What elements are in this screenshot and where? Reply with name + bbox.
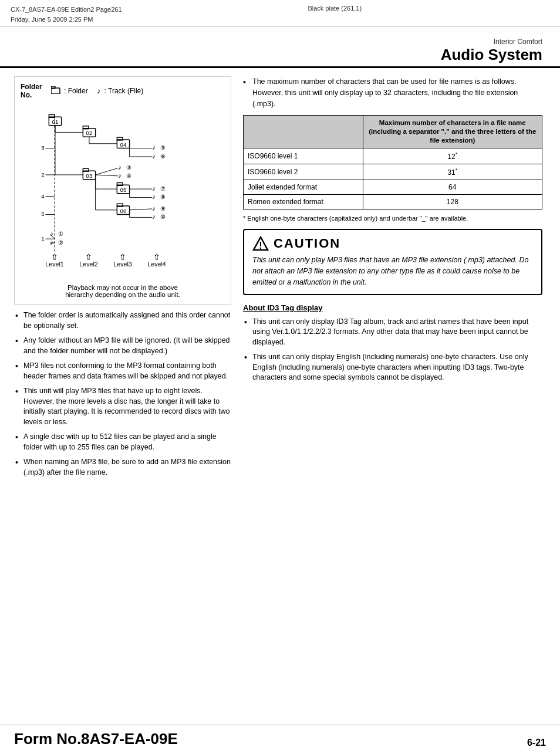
svg-text:06: 06 [120, 208, 127, 214]
section-sub-title: Interior Comfort [0, 38, 542, 46]
svg-text:⑨: ⑨ [160, 205, 166, 212]
diagram-legend: FolderNo. : Folder ♪ : Track (File) [21, 83, 225, 99]
header-date: Friday, June 5 2009 2:25 PM [11, 15, 122, 25]
left-bullet-item: When naming an MP3 file, be sure to add … [14, 457, 231, 478]
id3-bullet-list: This unit can only display ID3 Tag album… [243, 317, 542, 383]
svg-text:⑧: ⑧ [160, 194, 166, 201]
svg-text:04: 04 [120, 141, 127, 148]
right-top-bullet-text: The maximum number of characters that ca… [243, 76, 542, 109]
svg-text:2: 2 [41, 171, 44, 178]
svg-text:①: ① [58, 231, 63, 237]
caution-triangle-icon: ! [252, 236, 269, 251]
table-cell-value: 31* [363, 164, 542, 180]
right-top-section: The maximum number of characters that ca… [243, 76, 542, 109]
page-footer: Form No.8AS7-EA-09E 6-21 [0, 725, 560, 754]
id3-bullet-item: This unit can only display ID3 Tag album… [243, 317, 542, 348]
left-bullet-list: The folder order is automatically assign… [14, 310, 231, 478]
table-cell-value: 12* [363, 148, 542, 164]
header-right [548, 5, 549, 12]
footer-form-no: Form No.8AS7-EA-09E [14, 730, 178, 748]
svg-text:3: 3 [41, 144, 44, 151]
svg-text:⑩: ⑩ [160, 214, 166, 220]
section-heading: Interior Comfort Audio System [0, 27, 560, 70]
caution-text: This unit can only play MP3 files that h… [252, 255, 533, 288]
left-bullet-item: A single disc with up to 512 files can b… [14, 432, 231, 452]
svg-text:⇧: ⇧ [119, 253, 126, 262]
svg-text:③: ③ [126, 164, 131, 171]
table-cell-label: Romeo extended format [244, 195, 363, 209]
table-cell-label: ISO9660 level 1 [244, 148, 363, 164]
svg-text:⇧: ⇧ [153, 253, 160, 262]
content-area: FolderNo. : Folder ♪ : Track (File) [0, 70, 560, 488]
svg-line-68 [96, 168, 119, 175]
left-bullet-item: The folder order is automatically assign… [14, 310, 231, 331]
caution-box: ! CAUTION This unit can only play MP3 fi… [243, 229, 542, 295]
footnote: * English one-byte characters (capitaliz… [243, 214, 542, 223]
svg-text:⇧: ⇧ [51, 253, 58, 262]
svg-text:03: 03 [86, 173, 93, 179]
svg-text:♪: ♪ [152, 185, 156, 192]
table-cell-value: 128 [363, 195, 542, 209]
svg-text:!: ! [259, 241, 262, 251]
svg-text:⑦: ⑦ [160, 185, 166, 192]
left-bullet-item: This unit will play MP3 files that have … [14, 386, 231, 427]
header-center: Black plate (261,1) [308, 5, 362, 12]
svg-text:02: 02 [86, 130, 93, 136]
svg-text:05: 05 [120, 187, 127, 193]
left-bullet-item: Any folder without an MP3 file will be i… [14, 336, 231, 356]
table-row: ISO9660 level 231* [244, 164, 542, 180]
svg-text:♪: ♪ [118, 172, 122, 180]
svg-text:♪: ♪ [152, 213, 156, 221]
left-column: FolderNo. : Folder ♪ : Track (File) [14, 76, 231, 482]
svg-text:♪: ♪ [152, 144, 156, 151]
table-col2-header: Maximum number of characters in a file n… [363, 116, 542, 148]
table-row: Joliet extended format64 [244, 180, 542, 195]
caution-title: CAUTION [274, 236, 340, 251]
svg-text:♪: ♪ [118, 164, 122, 171]
svg-text:♪: ♪ [50, 239, 53, 246]
legend-track-text: : Track (File) [104, 87, 144, 95]
table-col1-header [244, 116, 363, 148]
svg-text:♪: ♪ [152, 153, 156, 160]
svg-text:⑥: ⑥ [160, 153, 166, 160]
svg-rect-19 [117, 137, 123, 140]
id3-section-title: About ID3 Tag display [243, 303, 542, 312]
table-cell-label: Joliet extended format [244, 180, 363, 195]
footer-page-num: 6-21 [527, 738, 546, 748]
left-bullet-item: MP3 files not conforming to the MP3 form… [14, 361, 231, 381]
table-cell-value: 64 [363, 180, 542, 195]
svg-rect-1 [51, 86, 55, 89]
svg-text:②: ② [58, 239, 63, 246]
svg-text:5: 5 [41, 211, 44, 218]
header-left: CX-7_8AS7-EA-09E Edition2 Page261 Friday… [11, 5, 122, 24]
svg-text:⇧: ⇧ [85, 253, 92, 262]
table-row: ISO9660 level 112* [244, 148, 542, 164]
header-file-info: CX-7_8AS7-EA-09E Edition2 Page261 [11, 5, 122, 15]
svg-text:1: 1 [41, 235, 44, 242]
diagram-container: FolderNo. : Folder ♪ : Track (File) [14, 76, 231, 305]
svg-text:④: ④ [126, 173, 131, 179]
svg-text:4: 4 [41, 193, 45, 200]
svg-text:♪: ♪ [152, 205, 156, 212]
svg-text:♪: ♪ [152, 194, 156, 201]
page-header: CX-7_8AS7-EA-09E Edition2 Page261 Friday… [0, 0, 560, 27]
about-id3-section: About ID3 Tag display This unit can only… [243, 303, 542, 383]
legend-folder-text: : Folder [64, 87, 88, 95]
svg-line-69 [96, 175, 119, 176]
diagram-caption: Playback may not occur in the above hier… [21, 284, 225, 298]
folder-no-label: FolderNo. [21, 83, 42, 99]
svg-line-78 [130, 209, 153, 210]
id3-bullet-item: This unit can only display English (incl… [243, 352, 542, 383]
caution-header: ! CAUTION [252, 236, 533, 251]
legend-track-icon: ♪ [97, 86, 101, 96]
section-main-title: Audio System [0, 46, 560, 68]
table-cell-label: ISO9660 level 2 [244, 164, 363, 180]
svg-text:01: 01 [52, 119, 59, 125]
right-column: The maximum number of characters that ca… [243, 76, 542, 482]
folder-icon [51, 86, 60, 96]
hierarchy-diagram: Level1 Level2 Level3 Level4 ⇧ ⇧ ⇧ ⇧ 01 0… [21, 103, 225, 279]
char-table: Maximum number of characters in a file n… [243, 115, 542, 209]
table-row: Romeo extended format128 [244, 195, 542, 209]
svg-text:⑤: ⑤ [160, 144, 166, 151]
